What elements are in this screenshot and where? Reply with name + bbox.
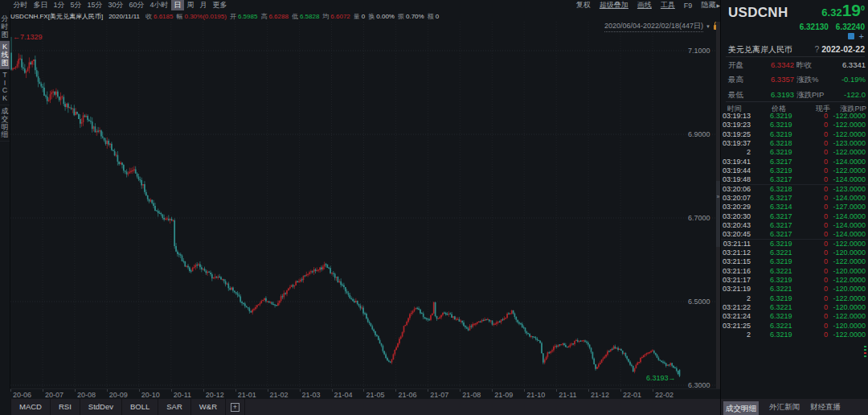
date-tick [332,389,333,392]
indicator-tab-sar[interactable]: SAR [158,399,191,415]
sidebar-item-0[interactable]: 分时图 [0,13,10,41]
date-tick [492,389,493,392]
tick-row: 03:20:306.32170-124.0000 [721,212,868,221]
period-high-annotation: ←7.1329 [13,33,43,41]
date-tick-label: 20-07 [45,391,63,399]
tick-row: 03:21:196.32210-120.0000 [721,285,868,294]
date-tick [588,389,589,392]
sidebar-item-1[interactable]: K线图 [0,41,10,68]
date-tick-label: 22-01 [623,391,641,399]
menu-4[interactable]: F9 [684,2,693,10]
period-button-4[interactable]: 15分 [84,0,105,10]
menu-1[interactable]: 超级叠加 [600,0,628,10]
ask-price: 6.32240 [836,23,865,31]
tick-row: 03:20:076.32170-124.0000 [721,194,868,203]
menu-3[interactable]: 工具 [661,0,675,10]
ohlc-field-7: 换0.00% [368,12,395,21]
date-tick-label: 20-09 [109,391,128,399]
date-range-selector[interactable]: 2020/06/04-2022/02/18(447日) ▼ [604,21,720,32]
date-tick [75,389,76,392]
date-tick-label: 21-06 [398,391,416,399]
date-tick [556,389,557,392]
help-icon[interactable]: ? [814,44,819,54]
indicator-tab-rsi[interactable]: RSI [51,399,80,415]
period-button-0[interactable]: 分时 [10,0,31,10]
price-tick-label: 6.7000 [688,214,710,222]
ohlc-field-5: 均6.6072 [322,12,350,21]
date-tick-label: 21-02 [270,391,289,399]
panel-tab-0[interactable]: 成交明细 [723,401,759,415]
date-tick-label: 21-01 [238,391,256,399]
stat-row-0: 开盘6.3342昨收6.3341 [721,58,868,72]
hover-date-label: 2020/11/11 [108,13,140,20]
indicator-tab-boll[interactable]: BOLL [122,399,158,415]
ohlc-field-2: 开6.5985 [230,12,257,21]
period-button-11[interactable]: 更多 [210,0,230,10]
date-tick-label: 21-12 [591,391,609,399]
scrollbar-thumb[interactable] [864,346,866,357]
tick-row: 03:21:226.32210-120.0000 [721,303,868,312]
symbol-label: USDCNH.FX[美元兑离岸人民币] [10,12,103,21]
indicator-square-icon[interactable] [848,33,854,39]
sidebar-item-2[interactable]: TICK [0,69,10,105]
tick-row: 03:19:446.32190-122.0000 [721,166,868,175]
chart-canvas[interactable]: ←7.1329 6.3193→ [10,22,720,388]
menu-0[interactable]: 复权 [576,0,591,10]
date-tick-label: 21-07 [430,391,448,399]
period-button-3[interactable]: 5分 [68,0,84,10]
quote-last-price: 6.32190 [821,2,865,19]
tick-row: 03:21:116.32190-122.0000 [721,240,868,249]
date-tick-label: 20-10 [141,391,160,399]
date-tick [139,389,140,392]
panel-tab-1[interactable]: 外汇新闻 [769,399,800,415]
panel-tab-bar: 成交明细外汇新闻财经直播 [721,399,868,415]
down-candle-wicks [11,37,680,377]
period-button-1[interactable]: 多日 [31,0,51,10]
sidebar-item-3[interactable]: 成交明细 [0,105,10,142]
menu-5[interactable]: 隐藏▶ [701,0,720,10]
menu-2[interactable]: 画线 [637,0,652,10]
tick-row: 26.32190-122.0000 [721,331,868,339]
h-gridlines [10,51,720,385]
chevron-down-icon[interactable]: ▼ [706,24,710,29]
period-button-7[interactable]: 4小时 [147,0,171,10]
period-button-10[interactable]: 月 [197,0,210,10]
ohlc-field-0: 收6.6185 [145,12,173,21]
indicator-tab-wr[interactable]: W&R [191,399,226,415]
price-tick-label: 6.5000 [688,298,710,306]
date-tick-label: 21-03 [302,391,321,399]
date-tick [653,389,653,392]
toolbar-period-row: 分时多日1分5分15分30分60分4小时日周月更多复权超级叠加画线工具F9隐藏▶ [10,0,720,10]
tick-row: 03:21:166.32210-120.0000 [721,267,868,276]
price-tick-label: 6.9000 [688,130,710,138]
indicator-tab-bar: MACDRSIStdDevBOLLSARW&R+ [10,399,720,415]
date-tick [203,389,204,392]
stat-row-1: 最高6.3357涨跌%-0.19% [721,72,868,87]
tick-row: 03:21:246.32190-122.0000 [721,312,868,321]
divider [726,101,865,102]
period-button-8[interactable]: 日 [171,0,184,10]
tick-row: 26.32190-122.0000 [721,294,868,303]
add-icon[interactable]: + [859,33,864,39]
panel-tab-2[interactable]: 财经直播 [810,399,841,415]
date-tick-label: 20-11 [174,391,191,399]
add-indicator-button[interactable]: + [226,399,245,415]
date-tick [10,389,11,392]
bid-price: 6.32130 [800,23,829,31]
up-candle-bodies [13,58,670,372]
ohlc-fields: 收6.6185幅0.30%(0.0195)开6.5985高6.6288低6.58… [145,12,442,21]
date-tick [171,389,172,392]
period-button-2[interactable]: 1分 [51,0,68,10]
period-button-5[interactable]: 30分 [105,0,126,10]
date-tick [268,389,268,392]
date-tick [395,389,396,392]
tick-row: 03:20:436.32170-124.0000 [721,221,868,230]
tick-row: 26.32190-122.0000 [721,148,868,157]
indicator-tab-macd[interactable]: MACD [11,399,51,415]
period-button-6[interactable]: 60分 [126,0,147,10]
quote-date: ?2022-02-22 [814,44,865,54]
indicator-tab-stddev[interactable]: StdDev [80,399,122,415]
date-tick [363,389,364,392]
period-button-9[interactable]: 周 [184,0,197,10]
date-tick [620,389,621,392]
